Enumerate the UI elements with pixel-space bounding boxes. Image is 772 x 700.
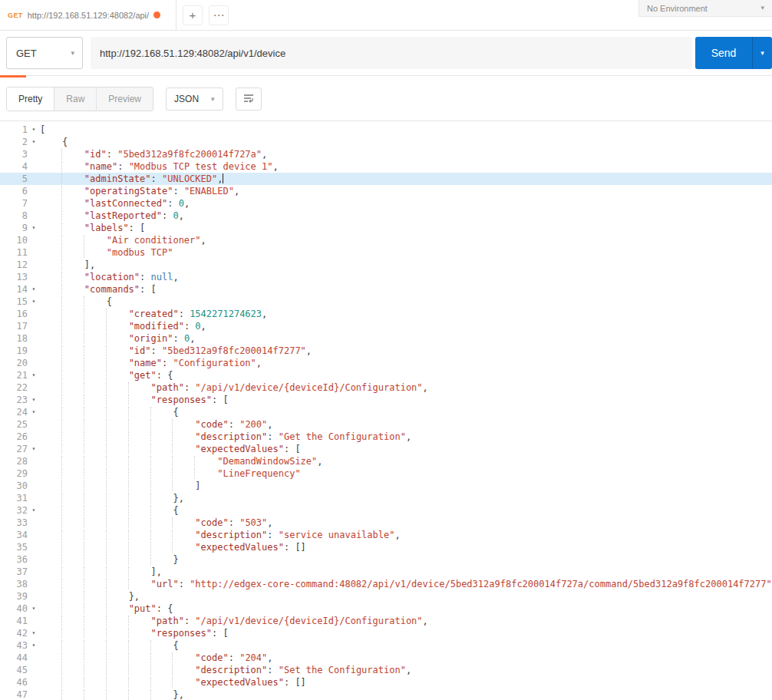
- code-line[interactable]: 13 "location": null,: [0, 271, 772, 283]
- code-line[interactable]: 18 "origin": 0,: [0, 332, 772, 345]
- fold-spacer: [28, 234, 40, 246]
- code-line[interactable]: 21▾ "get": {: [0, 369, 772, 381]
- code-line[interactable]: 10 "Air conditioner",: [0, 234, 772, 246]
- fold-spacer: [28, 529, 40, 541]
- line-number: 24: [0, 406, 28, 418]
- fold-toggle-icon[interactable]: ▾: [28, 283, 40, 296]
- code-line[interactable]: 34 "description": "service unavailable",: [0, 529, 772, 541]
- code-line[interactable]: 42▾ "responses": [: [0, 627, 772, 639]
- fold-toggle-icon[interactable]: ▾: [28, 443, 40, 455]
- fold-spacer: [28, 566, 40, 578]
- code-line[interactable]: 40▾ "put": {: [0, 603, 772, 615]
- code-line[interactable]: 9▾ "labels": [: [0, 222, 772, 234]
- code-editor[interactable]: 1▾[2▾ {3 "id": "5bed312a9f8fc200014f727a…: [0, 121, 772, 700]
- code-line[interactable]: 24▾ {: [0, 406, 772, 418]
- fold-toggle-icon[interactable]: ▾: [28, 222, 40, 234]
- code-line[interactable]: 8 "lastReported": 0,: [0, 210, 772, 222]
- line-number: 25: [0, 418, 28, 431]
- fold-toggle-icon[interactable]: ▾: [28, 639, 40, 652]
- new-tab-button[interactable]: +: [183, 5, 203, 25]
- fold-toggle-icon[interactable]: ▾: [28, 603, 40, 615]
- code-line[interactable]: 4 "name": "Modbus TCP test device 1",: [0, 160, 772, 173]
- environment-selector[interactable]: No Environment ▾: [638, 0, 772, 17]
- wrap-text-button[interactable]: [236, 88, 262, 111]
- code-line[interactable]: 25 "code": "200",: [0, 418, 772, 431]
- fold-toggle-icon[interactable]: ▾: [28, 394, 40, 406]
- line-number: 20: [0, 357, 28, 369]
- tab-title: http://192.168.51.129:48082/api/: [28, 11, 149, 20]
- request-tab[interactable]: GET http://192.168.51.129:48082/api/: [0, 0, 177, 30]
- code-line[interactable]: 16 "created": 1542271274623,: [0, 308, 772, 320]
- code-line[interactable]: 12 ],: [0, 259, 772, 271]
- code-text: "path": "/api/v1/device/{deviceId}/Confi…: [40, 381, 772, 394]
- fold-spacer: [28, 148, 40, 160]
- response-view-tab-preview[interactable]: Preview: [97, 88, 153, 111]
- code-line[interactable]: 46 "expectedValues": []: [0, 676, 772, 688]
- code-line[interactable]: 41 "path": "/api/v1/device/{deviceId}/Co…: [0, 615, 772, 627]
- code-line[interactable]: 38 "url": "http://edgex-core-command:480…: [0, 578, 772, 590]
- code-line[interactable]: 2▾ {: [0, 136, 772, 148]
- code-text: "operatingState": "ENABLED",: [40, 185, 772, 197]
- response-view-tab-raw[interactable]: Raw: [54, 88, 97, 111]
- fold-toggle-icon[interactable]: ▾: [28, 369, 40, 381]
- line-number: 37: [0, 566, 28, 578]
- response-view-tab-pretty[interactable]: Pretty: [7, 88, 54, 111]
- code-line[interactable]: 15▾ {: [0, 296, 772, 308]
- code-text: "responses": [: [40, 394, 772, 406]
- code-line[interactable]: 3 "id": "5bed312a9f8fc200014f727a",: [0, 148, 772, 160]
- code-line[interactable]: 43▾ {: [0, 639, 772, 652]
- code-text: "responses": [: [40, 627, 772, 639]
- line-number: 10: [0, 234, 28, 246]
- code-line[interactable]: 47 },: [0, 688, 772, 700]
- code-line[interactable]: 28 "DemandWindowSize",: [0, 455, 772, 467]
- active-tab-indicator: [0, 75, 26, 78]
- fold-toggle-icon[interactable]: ▾: [28, 504, 40, 517]
- code-line[interactable]: 23▾ "responses": [: [0, 394, 772, 406]
- send-options-caret[interactable]: ▾: [752, 37, 772, 69]
- code-line[interactable]: 11 "modbus TCP": [0, 246, 772, 259]
- fold-spacer: [28, 480, 40, 492]
- code-line[interactable]: 45 "description": "Set the Configuration…: [0, 664, 772, 676]
- code-line[interactable]: 33 "code": "503",: [0, 517, 772, 529]
- code-line[interactable]: 35 "expectedValues": []: [0, 541, 772, 553]
- method-select[interactable]: GET ▾: [6, 37, 83, 69]
- response-format-value: JSON: [174, 94, 199, 104]
- code-text: ],: [40, 566, 772, 578]
- code-line[interactable]: 32▾ {: [0, 504, 772, 517]
- code-line[interactable]: 31 },: [0, 492, 772, 504]
- code-line[interactable]: 20 "name": "Configuration",: [0, 357, 772, 369]
- code-line[interactable]: 19 "id": "5bed312a9f8fc200014f7277",: [0, 345, 772, 357]
- fold-toggle-icon[interactable]: ▾: [28, 406, 40, 418]
- code-line[interactable]: 30 ]: [0, 480, 772, 492]
- code-line[interactable]: 17 "modified": 0,: [0, 320, 772, 332]
- code-line[interactable]: 26 "description": "Get the Configuration…: [0, 431, 772, 443]
- fold-toggle-icon[interactable]: ▾: [28, 136, 40, 148]
- code-text: "lastReported": 0,: [40, 210, 772, 222]
- url-input[interactable]: http://192.168.51.129:48082/api/v1/devic…: [91, 37, 692, 69]
- code-line[interactable]: 29 "LineFrequency": [0, 467, 772, 480]
- line-number: 19: [0, 345, 28, 357]
- fold-toggle-icon[interactable]: ▾: [28, 296, 40, 308]
- response-toolbar: PrettyRawPreview JSON ▾: [0, 76, 772, 121]
- code-line[interactable]: 27▾ "expectedValues": [: [0, 443, 772, 455]
- fold-spacer: [28, 210, 40, 222]
- code-text: "modbus TCP": [40, 246, 772, 259]
- response-format-select[interactable]: JSON ▾: [166, 88, 223, 111]
- code-line[interactable]: 6 "operatingState": "ENABLED",: [0, 185, 772, 197]
- send-button[interactable]: Send ▾: [695, 37, 772, 69]
- more-options-button[interactable]: ⋯: [209, 5, 229, 25]
- code-line[interactable]: 14▾ "commands": [: [0, 283, 772, 296]
- code-line[interactable]: 22 "path": "/api/v1/device/{deviceId}/Co…: [0, 381, 772, 394]
- code-line[interactable]: 36 }: [0, 553, 772, 566]
- fold-toggle-icon[interactable]: ▾: [28, 627, 40, 639]
- line-number: 34: [0, 529, 28, 541]
- code-line[interactable]: 5 "adminState": "UNLOCKED",: [0, 173, 772, 185]
- code-line[interactable]: 39 },: [0, 590, 772, 603]
- code-text: "expectedValues": []: [40, 541, 772, 553]
- code-line[interactable]: 37 ],: [0, 566, 772, 578]
- line-number: 39: [0, 590, 28, 603]
- fold-toggle-icon[interactable]: ▾: [28, 124, 40, 136]
- code-line[interactable]: 1▾[: [0, 124, 772, 136]
- code-line[interactable]: 44 "code": "204",: [0, 652, 772, 664]
- code-line[interactable]: 7 "lastConnected": 0,: [0, 197, 772, 210]
